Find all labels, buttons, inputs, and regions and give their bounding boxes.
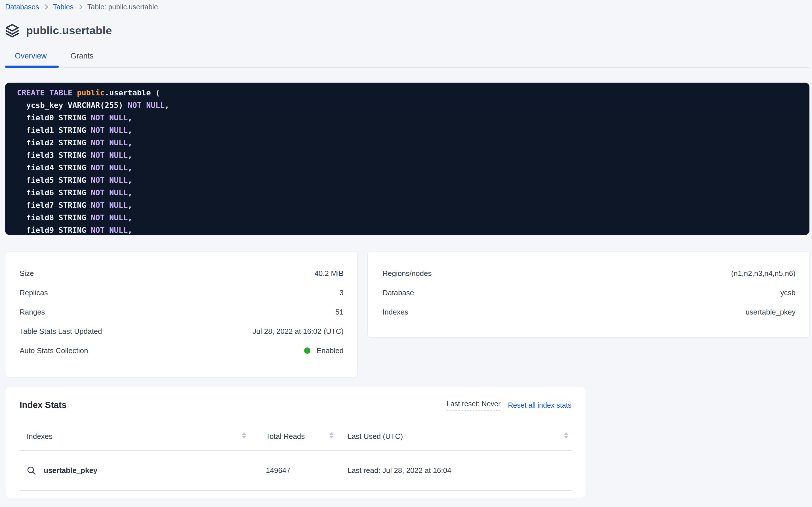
- stat-label: Table Stats Last Updated: [19, 327, 102, 336]
- details-cards-row: Size40.2 MiBReplicas3Ranges51Table Stats…: [5, 251, 809, 377]
- reset-index-stats-link[interactable]: Reset all index stats: [508, 401, 571, 409]
- index-stats-actions: Last reset: Never Reset all index stats: [447, 400, 571, 410]
- stat-value: (n1,n2,n3,n4,n5,n6): [731, 269, 796, 278]
- last-reset-label[interactable]: Last reset: Never: [447, 400, 500, 410]
- breadcrumb-current: Table: public.usertable: [87, 3, 158, 11]
- stat-value: 40.2 MiB: [314, 269, 343, 278]
- index-name: usertable_pkey: [44, 466, 97, 475]
- table-details-page: Databases Tables Table: public.usertable…: [0, 2, 812, 498]
- last-used-value: Last read: Jul 28, 2022 at 16:04: [348, 466, 571, 475]
- sql-line: ycsb_key VARCHAR(255) NOT NULL,: [17, 99, 801, 112]
- chevron-right-icon: [77, 4, 82, 9]
- column-header-last-used-label: Last Used (UTC): [348, 432, 403, 441]
- stat-value: Jul 28, 2022 at 16:02 (UTC): [252, 327, 343, 336]
- stat-label: Auto Stats Collection: [19, 346, 88, 355]
- index-name-cell[interactable]: usertable_pkey: [19, 466, 247, 475]
- sql-line: field2 STRING NOT NULL,: [17, 136, 801, 149]
- sort-arrows-icon[interactable]: [329, 432, 334, 441]
- stat-label: Replicas: [19, 288, 48, 297]
- column-header-indexes[interactable]: Indexes: [19, 432, 247, 441]
- stat-row: Ranges51: [19, 302, 343, 322]
- index-table-header: Indexes Total Reads Last Used (UTC): [19, 422, 571, 451]
- stat-value: ycsb: [780, 288, 796, 297]
- index-stats-header: Index Stats Last reset: Never Reset all …: [19, 399, 571, 411]
- sort-arrows-icon[interactable]: [564, 432, 569, 441]
- index-table-row: usertable_pkey149647Last read: Jul 28, 2…: [19, 451, 571, 491]
- tab-grants[interactable]: Grants: [59, 52, 106, 67]
- total-reads-value: 149647: [260, 466, 334, 475]
- sql-line: field5 STRING NOT NULL,: [17, 174, 801, 186]
- tab-overview[interactable]: Overview: [5, 52, 59, 67]
- stat-value: Enabled: [304, 346, 343, 355]
- sql-line: field7 STRING NOT NULL,: [17, 199, 801, 212]
- sql-line: field1 STRING NOT NULL,: [17, 124, 801, 136]
- magnifier-icon: [27, 466, 36, 475]
- stat-row: Databaseycsb: [382, 283, 796, 302]
- column-header-total-reads-label: Total Reads: [266, 432, 305, 441]
- stat-row: Replicas3: [19, 283, 343, 302]
- details-card-right-rows: Regions/nodes(n1,n2,n3,n4,n5,n6)Database…: [382, 264, 796, 322]
- sql-line: CREATE TABLE public.usertable (: [17, 87, 801, 99]
- sql-line: field6 STRING NOT NULL,: [17, 186, 801, 199]
- create-table-sql-box: CREATE TABLE public.usertable ( ycsb_key…: [5, 82, 809, 235]
- sql-line: field9 STRING NOT NULL,: [17, 224, 801, 235]
- tab-bar: Overview Grants: [5, 52, 809, 68]
- stat-label: Size: [19, 269, 34, 278]
- stat-row: Size40.2 MiB: [19, 264, 343, 283]
- status-dot-green: [304, 347, 310, 354]
- stat-value: usertable_pkey: [746, 308, 796, 317]
- sql-line: field0 STRING NOT NULL,: [17, 112, 801, 124]
- stat-value: 51: [335, 308, 343, 317]
- details-card-right: Regions/nodes(n1,n2,n3,n4,n5,n6)Database…: [367, 251, 809, 338]
- stat-row: Table Stats Last UpdatedJul 28, 2022 at …: [19, 322, 343, 341]
- stat-row: Regions/nodes(n1,n2,n3,n4,n5,n6): [382, 264, 796, 283]
- details-card-left-rows: Size40.2 MiBReplicas3Ranges51Table Stats…: [19, 264, 343, 360]
- stat-label: Ranges: [19, 308, 45, 317]
- page-title: public.usertable: [26, 24, 112, 37]
- sql-line: field4 STRING NOT NULL,: [17, 162, 801, 174]
- stat-row: Auto Stats CollectionEnabled: [19, 341, 343, 360]
- breadcrumb-tables[interactable]: Tables: [53, 3, 73, 11]
- sql-line: field8 STRING NOT NULL,: [17, 212, 801, 224]
- stat-label: Database: [382, 288, 414, 297]
- chevron-right-icon: [43, 4, 48, 9]
- index-stats-card: Index Stats Last reset: Never Reset all …: [5, 387, 586, 498]
- breadcrumb: Databases Tables Table: public.usertable: [5, 2, 809, 12]
- breadcrumb-databases[interactable]: Databases: [5, 3, 39, 11]
- stat-label: Regions/nodes: [382, 269, 432, 278]
- details-card-left: Size40.2 MiBReplicas3Ranges51Table Stats…: [5, 251, 358, 377]
- stat-value: 3: [339, 288, 343, 297]
- stat-row: Indexesusertable_pkey: [382, 302, 796, 322]
- index-table-body: usertable_pkey149647Last read: Jul 28, 2…: [19, 451, 571, 491]
- column-header-indexes-label: Indexes: [27, 432, 53, 441]
- sql-line: field3 STRING NOT NULL,: [17, 149, 801, 162]
- stat-label: Indexes: [382, 308, 408, 317]
- column-header-last-used[interactable]: Last Used (UTC): [348, 432, 571, 441]
- sort-arrows-icon[interactable]: [242, 432, 247, 441]
- index-stats-title: Index Stats: [19, 400, 66, 410]
- column-header-total-reads[interactable]: Total Reads: [260, 432, 334, 441]
- layers-icon: [5, 23, 19, 38]
- title-row: public.usertable: [5, 22, 809, 39]
